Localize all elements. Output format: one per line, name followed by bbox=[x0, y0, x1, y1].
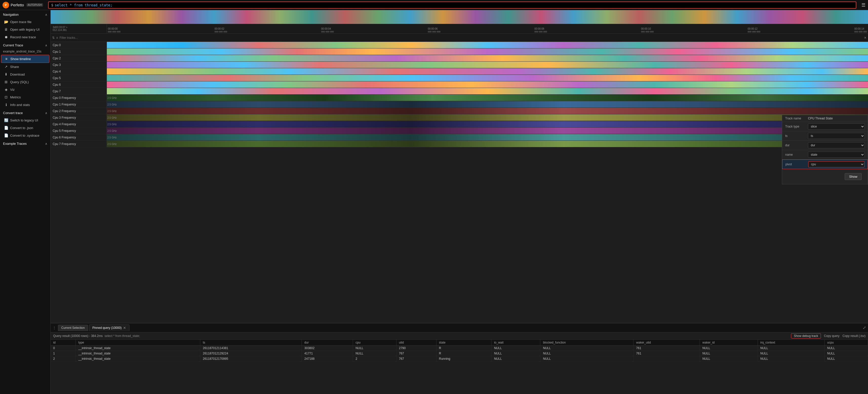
track-vis-cpu4freq[interactable]: 2.5 GHz bbox=[107, 121, 868, 127]
tab-pinned-query[interactable]: Pinned query (10000) ✕ bbox=[89, 325, 129, 331]
sidebar-item-show-timeline[interactable]: ≡ Show timeline bbox=[1, 55, 50, 63]
track-vis-cpu6freq[interactable]: 2.5 GHz bbox=[107, 134, 868, 140]
track-vis-cpu1freq[interactable]: 2.5 GHz bbox=[107, 101, 868, 108]
track-vis-cpu7freq[interactable]: 2.5 GHz bbox=[107, 141, 868, 147]
sidebar-item-switch-legacy[interactable]: 🔄 Switch to legacy UI bbox=[1, 116, 50, 124]
cell-waker_id: NULL bbox=[700, 356, 758, 362]
cell-cpu: NULL bbox=[353, 345, 396, 351]
track-vis-cpu5[interactable] bbox=[107, 75, 868, 81]
tab-close-icon[interactable]: ✕ bbox=[123, 326, 126, 330]
hamburger-menu[interactable]: ☰ bbox=[861, 2, 865, 8]
open-trace-icon: 📂 bbox=[4, 20, 8, 24]
nav-chevron[interactable]: ∧ bbox=[45, 13, 48, 17]
popup-row-track-name: Track name CPU Thread State bbox=[782, 115, 868, 122]
sidebar-item-convert-json[interactable]: 📄 Convert to .json bbox=[1, 124, 50, 132]
sidebar-item-viz[interactable]: ◈ Viz bbox=[1, 86, 50, 93]
cell-state: R bbox=[436, 351, 492, 356]
time-ruler: 3d00:33:07 + 012.114.381 00:00:00000 000… bbox=[51, 24, 868, 34]
topbar: P Perfetto AUTOPUSH $ select * from thre… bbox=[0, 0, 868, 10]
sidebar-item-share[interactable]: ↗ Share bbox=[1, 63, 50, 71]
cell-irq_context: NULL bbox=[757, 351, 825, 356]
cell-waker_id: NULL bbox=[700, 351, 758, 356]
timestamp-sub: 012.114.381 bbox=[53, 29, 68, 31]
track-vis-cpu2freq[interactable]: 2.5 GHz bbox=[107, 108, 868, 114]
cell-ucpu: NULL bbox=[825, 345, 868, 351]
time-mark-6: 00:00:12000 000 000 bbox=[748, 27, 761, 33]
popup-ts-select[interactable]: ts bbox=[808, 133, 865, 139]
track-label-cpu6freq: Cpu 6 Frequency bbox=[51, 134, 107, 140]
time-mark-1: 00:00:02000 000 000 bbox=[214, 27, 227, 33]
track-vis-cpu3freq[interactable]: 2.5 GHz bbox=[107, 114, 868, 121]
query-tab-menu[interactable]: ⋮ bbox=[53, 326, 56, 330]
sidebar-item-info-stats[interactable]: ℹ Info and stats bbox=[1, 101, 50, 109]
metrics-label: Metrics bbox=[10, 95, 21, 99]
sql-bar[interactable]: $ select * from thread_state; bbox=[48, 2, 856, 9]
info-stats-icon: ℹ bbox=[4, 103, 8, 107]
track-row-cpu4: Cpu 4 bbox=[51, 68, 868, 75]
track-row-cpu1: Cpu 1 bbox=[51, 49, 868, 55]
logo-icon: P bbox=[3, 2, 9, 8]
col-header-io-wait: io_wait bbox=[492, 340, 540, 345]
popup-track-type-select[interactable]: slice bbox=[808, 123, 865, 130]
convert-trace-section: Convert trace ∧ 🔄 Switch to legacy UI 📄 … bbox=[0, 109, 51, 139]
track-row-cpu5: Cpu 5 bbox=[51, 75, 868, 81]
cell-waker_utid: 761 bbox=[633, 351, 700, 356]
track-label-cpu4freq: Cpu 4 Frequency bbox=[51, 121, 107, 127]
query-tabs: ⋮ Current Selection Pinned query (10000)… bbox=[51, 323, 868, 332]
track-row-cpu6: Cpu 6 bbox=[51, 81, 868, 88]
track-vis-cpu2[interactable] bbox=[107, 55, 868, 61]
tab-pinned-query-label: Pinned query (10000) bbox=[92, 326, 122, 330]
cell-ts: 261187012170995 bbox=[200, 356, 302, 362]
track-vis-cpu0[interactable] bbox=[107, 42, 868, 48]
example-traces-chevron[interactable]: ∧ bbox=[45, 142, 48, 145]
show-debug-track-button[interactable]: Show debug track bbox=[791, 333, 821, 338]
time-mark-4: 00:00:08000 000 000 bbox=[534, 27, 547, 33]
cell-waker_utid: 761 bbox=[633, 345, 700, 351]
sidebar-item-open-trace[interactable]: 📂 Open trace file bbox=[1, 18, 50, 26]
table-row[interactable]: 2__intrinsic_thread_state261187012170995… bbox=[51, 356, 868, 362]
sidebar-item-query-sql[interactable]: ⊞ Query (SQL) bbox=[1, 78, 50, 86]
viz-label: Viz bbox=[10, 88, 15, 91]
track-vis-cpu6[interactable] bbox=[107, 81, 868, 88]
show-button[interactable]: Show bbox=[845, 173, 862, 180]
cell-io_wait: NULL bbox=[492, 356, 540, 362]
track-vis-cpu5freq[interactable]: 2.5 GHz bbox=[107, 128, 868, 134]
convert-trace-chevron[interactable]: ∧ bbox=[45, 111, 48, 115]
example-traces-section: Example Traces ∧ bbox=[0, 139, 51, 147]
tab-current-selection[interactable]: Current Selection bbox=[58, 325, 88, 331]
sidebar-item-open-legacy[interactable]: 🖥 Open with legacy UI bbox=[1, 26, 50, 33]
sidebar-item-metrics[interactable]: ⊡ Metrics bbox=[1, 93, 50, 101]
app-title: Perfetto bbox=[11, 3, 24, 7]
cell-state: R bbox=[436, 345, 492, 351]
copy-query-button[interactable]: Copy query bbox=[824, 334, 839, 338]
current-trace-header: Current Trace ∧ bbox=[0, 41, 51, 49]
table-row[interactable]: 1__intrinsic_thread_state261187012129224… bbox=[51, 351, 868, 356]
sidebar: Navigation ∧ 📂 Open trace file 🖥 Open wi… bbox=[0, 10, 51, 394]
panel-expand-icon[interactable]: ⤢ bbox=[863, 325, 866, 330]
time-ruler-track-col: 3d00:33:07 + 012.114.381 bbox=[51, 24, 107, 33]
overview-bar[interactable] bbox=[51, 10, 868, 24]
track-vis-cpu0freq[interactable]: 2.5 GHz bbox=[107, 94, 868, 101]
col-header-waker-id: waker_id bbox=[700, 340, 758, 345]
current-trace-chevron[interactable]: ∧ bbox=[45, 44, 48, 47]
track-vis-cpu1[interactable] bbox=[107, 49, 868, 55]
result-table-container: id type ts dur cpu utid state io_wait bl… bbox=[51, 340, 868, 394]
popup-name-select[interactable]: state bbox=[808, 151, 865, 158]
col-header-ucpu: ucpu bbox=[825, 340, 868, 345]
track-label-cpu4: Cpu 4 bbox=[51, 68, 107, 75]
track-filter-input[interactable] bbox=[60, 36, 862, 39]
sidebar-item-convert-systrace[interactable]: 📄 Convert to .systrace bbox=[1, 132, 50, 139]
filter-clear-icon[interactable]: ✕ bbox=[864, 36, 866, 39]
track-vis-cpu4[interactable] bbox=[107, 68, 868, 75]
table-row[interactable]: 0__intrinsic_thread_state261187012114381… bbox=[51, 345, 868, 351]
sidebar-item-record-trace[interactable]: ⏺ Record new trace bbox=[1, 33, 50, 41]
popup-pivot-select[interactable]: cpu bbox=[808, 161, 864, 167]
cell-blocked_function: NULL bbox=[540, 345, 633, 351]
track-vis-cpu3[interactable] bbox=[107, 62, 868, 68]
sidebar-item-download[interactable]: ⬇ Download bbox=[1, 71, 50, 78]
metrics-icon: ⊡ bbox=[4, 95, 8, 99]
switch-legacy-label: Switch to legacy UI bbox=[10, 118, 38, 122]
copy-result-button[interactable]: Copy result (.tsv) bbox=[842, 334, 865, 338]
popup-dur-select[interactable]: dur bbox=[808, 142, 865, 148]
track-vis-cpu7[interactable] bbox=[107, 88, 868, 94]
